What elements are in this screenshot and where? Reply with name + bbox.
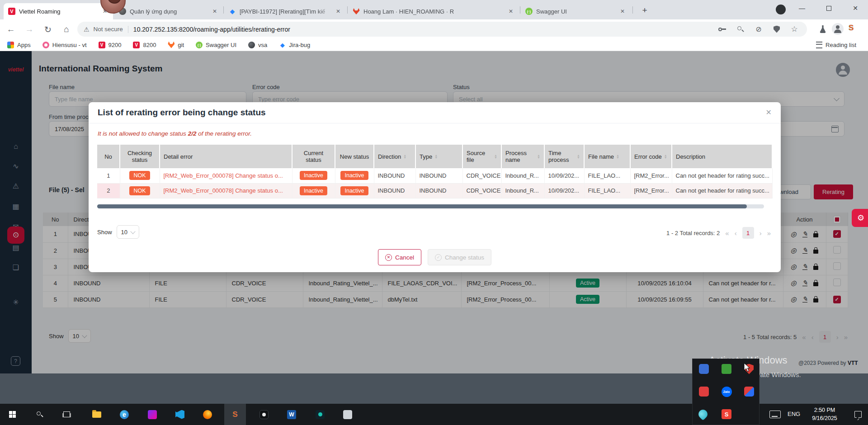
taskbar-sharex-active[interactable]: S xyxy=(224,404,246,425)
browser-tab[interactable]: {·} Swagger UI ✕ xyxy=(521,3,631,19)
window-minimize-button[interactable]: — xyxy=(792,0,812,16)
taskbar-app-teal[interactable] xyxy=(309,404,331,425)
checking-status-badge: NOK xyxy=(129,171,150,180)
tray-icon-green-app[interactable] xyxy=(721,364,732,374)
apps-grid-icon xyxy=(7,42,14,48)
bookmark-swagger[interactable]: {·}Swagger UI xyxy=(196,42,236,48)
modal-pagination-summary: 1 - 2 Total records: 2 xyxy=(666,230,720,236)
new-tab-button[interactable]: + xyxy=(638,4,651,17)
clock-date: 9/16/2025 xyxy=(806,414,844,422)
bookmark-8200[interactable]: V8200 xyxy=(133,42,156,48)
address-bar[interactable]: ⚠ Not secure 10.207.252.135:8200/roaming… xyxy=(77,22,807,37)
tray-icon-red-s[interactable]: S xyxy=(721,409,732,420)
taskbar-edge-browser[interactable]: e xyxy=(113,404,135,425)
s-extension-button[interactable]: S xyxy=(849,24,854,33)
clock-time: 2:50 PM xyxy=(806,406,844,414)
mcol-type[interactable]: Type xyxy=(415,145,462,168)
tray-icon-red-app[interactable] xyxy=(698,386,709,397)
password-key-icon[interactable] xyxy=(716,22,729,37)
tab-close-icon[interactable]: ✕ xyxy=(335,8,342,14)
zoom-out-icon[interactable] xyxy=(734,22,747,37)
modal-table-row: 2 NOK [RM2_Web_Error_000078] Change stat… xyxy=(97,183,772,198)
mcol-direction[interactable]: Direction xyxy=(374,145,415,168)
tab-close-icon[interactable]: ✕ xyxy=(619,8,626,14)
tab-close-icon[interactable]: ✕ xyxy=(507,8,514,14)
mcol-file-name[interactable]: File name xyxy=(584,145,630,168)
chevron-down-icon xyxy=(130,229,135,234)
taskbar-camera-app[interactable] xyxy=(253,404,275,425)
taskbar-file-explorer[interactable] xyxy=(86,404,108,425)
next-page-button[interactable]: › xyxy=(760,229,762,237)
cancel-button[interactable]: ✕ Cancel xyxy=(378,249,421,265)
tray-icon-teal-drop[interactable] xyxy=(698,409,708,420)
bookmark-apps[interactable]: Apps xyxy=(7,42,31,48)
detail-error-link[interactable]: [RM2_Web_Error_000078] Change status o..… xyxy=(164,172,283,179)
horizontal-scrollbar[interactable] xyxy=(97,204,764,208)
browser-tab[interactable]: ◆ [PAYBI-11972] [Rerating][Tìm kiế ✕ xyxy=(224,3,346,19)
viettel-v-icon: V xyxy=(133,42,140,48)
new-status-badge: Inactive xyxy=(340,171,368,180)
gitlab-icon xyxy=(168,42,175,48)
notification-center-button[interactable] xyxy=(848,404,868,425)
reload-button[interactable]: ↻ xyxy=(42,23,54,36)
modal-close-icon[interactable]: ✕ xyxy=(766,108,772,117)
tab-close-icon[interactable]: ✕ xyxy=(211,8,218,14)
browser-tab[interactable]: V Viettel Roaming ✕ xyxy=(4,3,113,19)
minimize-icon: — xyxy=(799,5,805,12)
browser-tab[interactable]: Quản lý ứng dụng ✕ xyxy=(114,3,223,19)
taskbar-app-gray[interactable] xyxy=(337,404,359,425)
restore-icon xyxy=(826,6,831,11)
shield-icon[interactable] xyxy=(770,22,783,37)
mcol-error-code[interactable]: Error code xyxy=(630,145,672,168)
profile-avatar-button[interactable] xyxy=(832,23,844,35)
change-status-button[interactable]: ✓ Change status xyxy=(428,249,491,265)
tray-icon-blue-app[interactable] xyxy=(698,364,709,374)
taskbar-firefox[interactable] xyxy=(197,404,218,425)
reading-list-button[interactable]: Reading list xyxy=(816,39,856,51)
browser-tab[interactable]: Hoang Lam · HIEN_ROAMING · R ✕ xyxy=(348,3,519,19)
taskbar-photos-app[interactable] xyxy=(142,404,163,425)
window-restore-button[interactable] xyxy=(818,0,839,16)
scrollbar-thumb[interactable] xyxy=(97,204,747,208)
bookmark-vsa[interactable]: vsa xyxy=(248,42,267,48)
language-indicator[interactable]: ENG xyxy=(788,411,800,417)
extension-flask-button[interactable] xyxy=(816,22,829,37)
mcol-process-name[interactable]: Process name xyxy=(501,145,544,168)
change-status-modal: List of rerating error being change stat… xyxy=(89,102,781,272)
mcol-time-process[interactable]: Time process xyxy=(544,145,584,168)
swagger-favicon: {·} xyxy=(525,8,533,15)
modal-page-size-select[interactable]: 10 xyxy=(117,225,139,239)
taskbar-vscode[interactable] xyxy=(169,404,191,425)
security-label: Not secure xyxy=(94,26,123,33)
sort-icon xyxy=(664,154,667,159)
bookmark-hiensusu[interactable]: Hiensusu - vt xyxy=(42,42,87,48)
last-page-button[interactable]: » xyxy=(767,229,771,237)
blocked-content-icon[interactable]: ⊘ xyxy=(752,22,765,37)
back-button[interactable]: ← xyxy=(5,23,17,36)
bookmark-jira-bug[interactable]: ◆Jira-bug xyxy=(279,42,310,48)
start-button[interactable] xyxy=(1,404,23,425)
flask-icon xyxy=(820,25,826,33)
detail-error-link[interactable]: [RM2_Web_Error_000078] Change status o..… xyxy=(164,187,283,194)
taskbar-search-button[interactable] xyxy=(29,404,51,425)
bookmark-9200[interactable]: V9200 xyxy=(99,42,122,48)
tray-icon-split-app[interactable] xyxy=(744,386,755,397)
page-number[interactable]: 1 xyxy=(742,227,754,239)
settings-fab[interactable]: ⚙ xyxy=(852,209,868,227)
bookmark-star-icon[interactable]: ☆ xyxy=(788,22,801,37)
bookmark-git[interactable]: git xyxy=(168,42,184,48)
circle-check-icon: ✓ xyxy=(435,254,442,261)
forward-button[interactable]: → xyxy=(23,23,36,36)
taskbar-clock[interactable]: 2:50 PM 9/16/2025 xyxy=(806,406,844,422)
task-view-button[interactable] xyxy=(56,404,77,425)
taskbar-word[interactable]: W xyxy=(281,404,302,425)
tray-icon-zalo[interactable]: Zalo xyxy=(721,386,732,397)
keyboard-layout-button[interactable] xyxy=(766,404,783,425)
first-page-button[interactable]: « xyxy=(725,229,729,237)
mcol-source-file[interactable]: Source file xyxy=(462,145,501,168)
prev-page-button[interactable]: ‹ xyxy=(735,229,737,237)
home-button[interactable]: ⌂ xyxy=(60,23,73,36)
browser-profile-button[interactable] xyxy=(776,5,786,14)
window-close-button[interactable]: ✕ xyxy=(845,0,866,16)
notification-icon xyxy=(854,411,862,418)
